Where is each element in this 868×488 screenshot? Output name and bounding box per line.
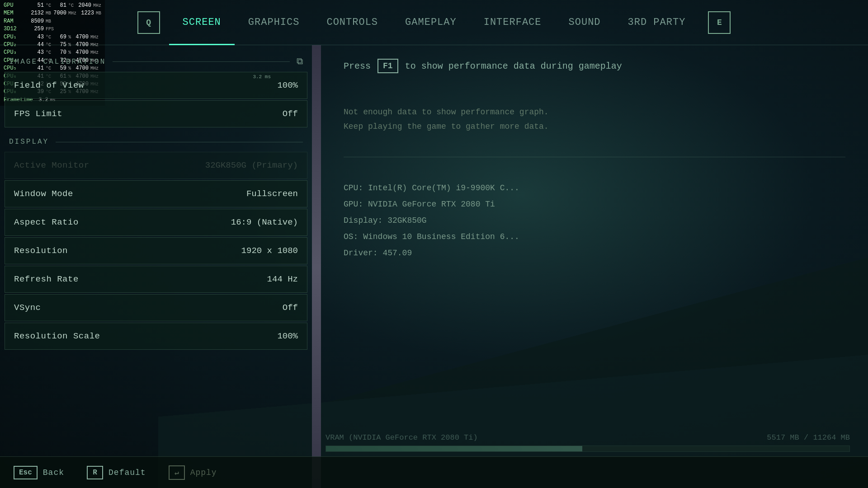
copy-icon[interactable]: ⧉ <box>297 56 303 67</box>
fov-value: 100% <box>277 80 298 90</box>
fps-limit-value: Off <box>283 109 298 119</box>
nav-bar: Q Screen Graphics Controls Gameplay Inte… <box>0 0 868 45</box>
nav-next-button[interactable]: E <box>708 11 731 34</box>
perf-hint: Press F1 to show performance data during… <box>344 59 845 73</box>
sys-driver: Driver: 457.09 <box>344 245 845 261</box>
refresh-rate-value: 144 Hz <box>267 274 298 284</box>
display-section-title: DISPLAY <box>9 138 49 146</box>
perf-no-data: Not enough data to show performance grap… <box>344 105 845 134</box>
back-key: Esc <box>14 466 38 479</box>
resolution-value: 868 x 488 <box>241 246 298 256</box>
resolution-scale-value: 100% <box>277 331 298 341</box>
aspect-ratio-value: 16:9 (Native) <box>231 217 298 227</box>
nav-prev-button[interactable]: Q <box>137 11 160 34</box>
f1-key-badge: F1 <box>377 59 398 73</box>
perf-hint-prefix: Press <box>344 61 371 71</box>
sys-info: CPU: Intel(R) Core(TM) i9-9900K C... GPU… <box>344 180 845 261</box>
image-calibration-header: Image Calibration ⧉ <box>0 50 312 70</box>
fov-extra: 3.2 ms <box>253 74 271 80</box>
aspect-ratio-label: Aspect Ratio <box>14 217 79 227</box>
tab-interface[interactable]: Interface <box>470 0 555 45</box>
setting-row-resolution-scale[interactable]: Resolution Scale 100% <box>5 323 307 350</box>
back-label: Back <box>43 468 64 477</box>
window-mode-value: Fullscreen <box>246 189 298 199</box>
setting-row-resolution[interactable]: Resolution 868 x 488 <box>5 237 307 264</box>
refresh-rate-label: Refresh Rate <box>14 274 79 284</box>
settings-panel: Image Calibration ⧉ Field of View 3.2 ms… <box>0 45 312 488</box>
apply-label: Apply <box>190 468 217 477</box>
apply-button: ↵ Apply <box>169 465 217 480</box>
setting-row-window-mode[interactable]: Window Mode Fullscreen <box>5 180 307 207</box>
vsync-value: Off <box>283 303 298 313</box>
default-label: Default <box>108 468 146 477</box>
tab-gameplay[interactable]: Gameplay <box>392 0 470 45</box>
back-button[interactable]: Esc Back <box>14 466 64 479</box>
bottom-bar: Esc Back R Default ↵ Apply <box>0 456 868 488</box>
tab-graphics[interactable]: Graphics <box>235 0 313 45</box>
vertical-divider <box>312 45 321 488</box>
setting-row-fov[interactable]: Field of View 3.2 ms 100% <box>5 72 307 99</box>
tab-controls[interactable]: Controls <box>313 0 392 45</box>
section-line <box>113 61 290 62</box>
sys-display: Display: 32GK850G <box>344 212 845 229</box>
active-monitor-value: 32GK850G (Primary) <box>205 160 298 170</box>
vsync-label: VSync <box>14 303 41 313</box>
resolution-scale-label: Resolution Scale <box>14 331 100 341</box>
image-calibration-title: Image Calibration <box>9 58 106 66</box>
sys-cpu: CPU: Intel(R) Core(TM) i9-9900K C... <box>344 180 845 196</box>
display-section-header: DISPLAY <box>0 129 312 150</box>
fps-limit-label: FPS Limit <box>14 109 62 119</box>
sys-gpu: GPU: NVIDIA GeForce RTX 2080 Ti <box>344 196 845 212</box>
tab-screen[interactable]: Screen <box>169 0 235 45</box>
apply-key: ↵ <box>169 465 185 480</box>
perf-no-data-line1: Not enough data to show performance grap… <box>344 105 845 119</box>
active-monitor-label: Active Monitor <box>14 160 90 170</box>
display-section-line <box>56 142 303 142</box>
default-button[interactable]: R Default <box>87 466 146 479</box>
setting-row-aspect-ratio[interactable]: Aspect Ratio 16:9 (Native) <box>5 209 307 236</box>
perf-no-data-line2: Keep playing the game to gather more dat… <box>344 119 845 134</box>
tab-sound[interactable]: Sound <box>555 0 614 45</box>
setting-row-fps-limit[interactable]: FPS Limit Off <box>5 100 307 127</box>
tab-3rdparty[interactable]: 3rd Party <box>614 0 699 45</box>
default-key: R <box>87 466 103 479</box>
setting-row-vsync[interactable]: VSync Off <box>5 294 307 321</box>
perf-hint-suffix: to show performance data during gameplay <box>405 61 622 71</box>
setting-row-refresh-rate[interactable]: Refresh Rate 144 Hz <box>5 266 307 293</box>
right-panel: Press F1 to show performance data during… <box>321 45 868 488</box>
window-mode-label: Window Mode <box>14 189 73 199</box>
perf-divider <box>344 157 845 157</box>
setting-row-active-monitor: Active Monitor 32GK850G (Primary) <box>5 152 307 179</box>
main-content: Image Calibration ⧉ Field of View 3.2 ms… <box>0 45 868 488</box>
resolution-label: Resolution <box>14 246 68 256</box>
fov-label: Field of View <box>14 80 84 90</box>
sys-os: OS: Windows 10 Business Edition 6... <box>344 229 845 245</box>
